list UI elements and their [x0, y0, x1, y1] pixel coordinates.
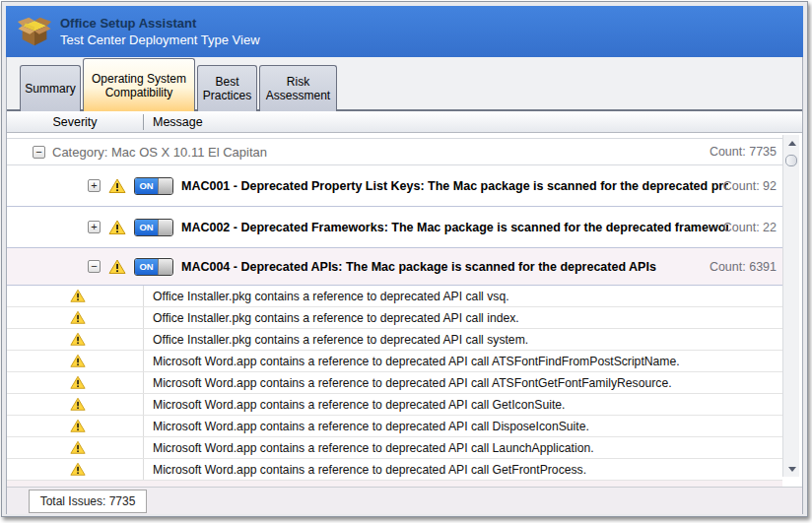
tab-risk-label: Risk Assessment — [263, 75, 333, 102]
issue-message: Office Installer.pkg contains a referenc… — [143, 307, 780, 328]
warning-icon — [70, 332, 86, 347]
vertical-scrollbar[interactable] — [782, 135, 799, 477]
toggle-knob — [158, 259, 172, 275]
issue-message: Office Installer.pkg contains a referenc… — [143, 286, 780, 306]
arrow-down-icon — [788, 467, 796, 472]
scroll-up-button[interactable] — [783, 135, 800, 151]
issue-message: Microsoft Word.app contains a reference … — [143, 437, 780, 458]
collapse-category-button[interactable]: − — [33, 146, 45, 159]
title-bar: Office Setup Assistant Test Center Deplo… — [6, 6, 803, 57]
warning-icon — [70, 462, 86, 477]
issue-row[interactable]: Office Installer.pkg contains a referenc… — [7, 329, 782, 351]
group-count: Count: 6391 — [710, 260, 777, 274]
issue-row[interactable]: Microsoft Word.app contains a reference … — [7, 394, 782, 416]
issue-message: Microsoft Word.app contains a reference … — [143, 351, 780, 371]
issue-row[interactable]: Microsoft Word.app contains a reference … — [7, 372, 782, 394]
issue-row[interactable]: Microsoft Word.app contains a reference … — [7, 459, 782, 481]
expand-plus-icon[interactable]: + — [88, 221, 101, 233]
toggle-on-switch[interactable]: ON — [134, 219, 173, 236]
app-window: Office Setup Assistant Test Center Deplo… — [1, 1, 808, 517]
group-count: Count: 92 — [723, 179, 777, 193]
tab-risk-assessment[interactable]: Risk Assessment — [259, 65, 337, 111]
column-resize-handle[interactable] — [143, 114, 144, 130]
issue-row[interactable]: Microsoft Word.app contains a reference … — [7, 416, 782, 437]
issue-row[interactable]: Microsoft Word.app contains a reference … — [7, 351, 782, 372]
category-row[interactable]: − Category: Mac OS X 10.11 El Capitan Co… — [7, 138, 782, 165]
warning-icon — [70, 419, 86, 433]
toggle-knob — [158, 220, 172, 235]
warning-icon — [70, 289, 86, 303]
collapse-minus-icon[interactable]: − — [88, 260, 101, 273]
total-issues-badge: Total Issues: 7735 — [29, 490, 147, 513]
tab-best-label: Best Practices — [201, 75, 253, 102]
tab-operating-system-compatibility[interactable]: Operating System Compatibility — [83, 58, 195, 111]
group-title: MAC004 - Deprecated APIs: The Mac packag… — [181, 260, 656, 274]
warning-icon — [108, 259, 126, 275]
group-row-mac002[interactable]: + ON MAC002 - Deprecated Frameworks: The… — [7, 207, 782, 248]
column-header-message[interactable]: Message — [153, 111, 203, 132]
tab-bar: Summary Operating System Compatibility B… — [7, 57, 802, 111]
window-subtitle: Test Center Deployment Type View — [60, 33, 260, 47]
grid-column-header: Severity Message — [7, 111, 802, 133]
toggle-on-switch[interactable]: ON — [134, 177, 173, 195]
issue-row[interactable]: Office Installer.pkg contains a referenc… — [7, 307, 782, 329]
warning-icon — [70, 310, 86, 325]
tab-summary-label: Summary — [25, 82, 75, 96]
category-count: Count: 7735 — [710, 145, 777, 159]
results-grid: − Category: Mac OS X 10.11 El Capitan Co… — [7, 133, 782, 481]
warning-icon — [70, 375, 86, 390]
warning-icon — [70, 397, 86, 412]
group-count: Count: 22 — [723, 221, 777, 234]
warning-icon — [70, 354, 86, 368]
group-title: MAC001 - Deprecated Property List Keys: … — [181, 179, 728, 193]
warning-icon — [108, 220, 126, 235]
warning-icon — [108, 178, 126, 194]
tab-summary[interactable]: Summary — [20, 65, 81, 111]
column-header-severity[interactable]: Severity — [7, 111, 143, 132]
group-row-mac001[interactable]: + ON MAC001 - Deprecated Property List K… — [7, 165, 782, 207]
toggle-knob — [158, 178, 172, 194]
issue-message: Microsoft Word.app contains a reference … — [143, 394, 780, 415]
group-row-mac004[interactable]: − ON MAC004 - Deprecated APIs: The Mac p… — [7, 248, 782, 286]
toggle-on-label: ON — [135, 220, 158, 235]
toggle-on-label: ON — [135, 259, 158, 275]
issue-message: Microsoft Word.app contains a reference … — [143, 372, 780, 393]
issue-message: Microsoft Word.app contains a reference … — [143, 416, 780, 436]
content-area: Summary Operating System Compatibility B… — [6, 57, 803, 514]
status-bar: Total Issues: 7735 — [7, 487, 802, 514]
issue-row[interactable]: Microsoft Word.app contains a reference … — [7, 437, 782, 459]
tab-best-practices[interactable]: Best Practices — [197, 65, 257, 111]
group-title: MAC002 - Deprecated Frameworks: The Mac … — [181, 221, 728, 234]
warning-icon — [70, 440, 86, 455]
toggle-on-label: ON — [135, 178, 158, 194]
scroll-down-button[interactable] — [783, 461, 800, 477]
window-title: Office Setup Assistant — [60, 16, 260, 31]
arrow-up-icon — [788, 141, 796, 146]
issue-message: Microsoft Word.app contains a reference … — [143, 459, 780, 480]
tab-os-label: Operating System Compatibility — [87, 72, 191, 99]
toggle-on-switch[interactable]: ON — [134, 258, 173, 276]
category-label: Category: Mac OS X 10.11 El Capitan — [52, 145, 267, 160]
scrollbar-thumb[interactable] — [785, 155, 797, 166]
issue-row[interactable]: Office Installer.pkg contains a referenc… — [7, 286, 782, 307]
issue-message: Office Installer.pkg contains a referenc… — [143, 329, 780, 350]
expand-plus-icon[interactable]: + — [88, 179, 101, 192]
package-box-icon — [16, 14, 53, 49]
